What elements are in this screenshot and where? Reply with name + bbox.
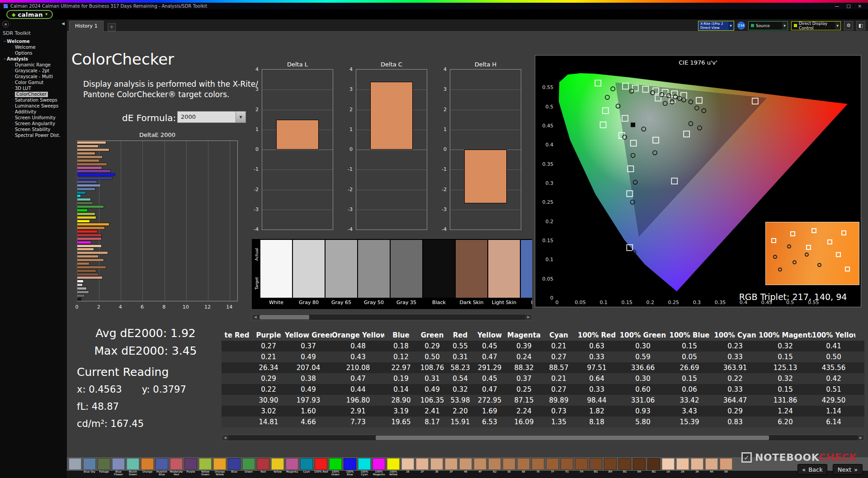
sidebar-item-luminance-sweeps[interactable]: ·Luminance Sweeps [0, 103, 67, 109]
deltae-bar [77, 181, 97, 183]
swatch-name: Gray 35 [391, 298, 422, 307]
back-button[interactable]: « Back [797, 464, 827, 475]
table-cell: 0.48 [332, 341, 384, 351]
sidebar-item-color-gamut[interactable]: ·Color Gamut [0, 80, 67, 85]
sequence-patch-color [127, 458, 139, 470]
cie-x-tick-label: 0.25 [668, 300, 679, 305]
scroll-left-icon[interactable]: ◀ [222, 435, 228, 441]
back-label: Back [808, 466, 823, 473]
sequence-patch-label: 5D [487, 470, 502, 477]
sequence-patch-label: 9H [632, 470, 646, 477]
swatch-scrollbar[interactable]: ◀ ▶ [252, 314, 532, 320]
table-cell: 0.37 [505, 373, 542, 384]
table-scrollbar[interactable]: ◀ ▶ [222, 435, 864, 441]
calman-logo-menu[interactable]: ◆ calman ▼ [6, 10, 53, 19]
sidebar-item-screen-angularity[interactable]: ·Screen Angularity [0, 121, 67, 127]
table-cell: 0.63 [575, 341, 618, 351]
tree-marker-icon: · [11, 110, 15, 114]
table-cell: 98.44 [575, 395, 618, 406]
deltae-bar [77, 273, 98, 276]
de-formula-dropdown[interactable]: 2000 ▼ [177, 111, 246, 123]
scrollbar-thumb[interactable] [259, 315, 309, 319]
y-tick-label: -3 [254, 206, 259, 212]
scroll-right-icon[interactable]: ▶ [858, 435, 864, 441]
table-cell: 0.47 [332, 373, 384, 384]
gridline [208, 141, 208, 301]
add-tab-button[interactable]: + [108, 23, 116, 31]
display-settings-icon[interactable]: ◧ [856, 21, 865, 30]
description-line-2: Pantone ColorChecker® target colors. [83, 89, 258, 100]
sidebar-item-options[interactable]: ·Options [0, 50, 67, 56]
cie-x-tick-label: 0.3 [693, 300, 701, 305]
sidebar-item-colorchecker[interactable]: ·ColorChecker [0, 91, 67, 97]
sidebar-item-label: Grayscale - 2pt [15, 68, 49, 74]
sidebar-item-label: ColorChecker [15, 92, 48, 97]
table-cell: 0.39 [505, 341, 542, 351]
table-cell: 0.50 [812, 351, 855, 362]
popup-target-marker [771, 238, 776, 243]
sequence-patch: 2E [401, 457, 415, 478]
sidebar-item-analysis[interactable]: −Analysis [0, 56, 67, 62]
table-cell: 0.05 [667, 351, 712, 362]
minimize-icon[interactable]: — [835, 4, 839, 9]
gear-icon[interactable]: ⚙ [844, 21, 853, 30]
y-tick-label: 1 [255, 126, 259, 132]
menu-icon[interactable]: ≡ [2, 21, 9, 28]
scrollbar-thumb[interactable] [376, 436, 769, 440]
delta-h-y-axis: 43210-1-2-3-4 [436, 69, 449, 230]
table-header-cell: Green [418, 330, 447, 341]
close-icon[interactable]: × [858, 4, 862, 9]
table-cell: 272.95 [474, 395, 505, 406]
sidebar-item-grayscale-2pt[interactable]: ·Grayscale - 2pt [0, 68, 67, 74]
meter-dropdown[interactable]: X-Rite i1Pro 2 Direct View ▼ [698, 21, 734, 31]
sidebar-item-grayscale-multi[interactable]: ·Grayscale - Multi [0, 74, 67, 80]
cie-x-tick-label: 0 [556, 300, 559, 305]
sequence-patch-color [83, 458, 96, 470]
swatch-color [293, 240, 325, 298]
table-cell: 0.49 [285, 351, 332, 362]
tree-marker-icon: · [11, 127, 15, 132]
sequence-patch: 3E [429, 457, 444, 478]
deltae-bar [77, 248, 94, 250]
sequence-patch-label: Bluish Green [126, 470, 140, 477]
sidebar-item-dynamic-range[interactable]: ·Dynamic Range [0, 62, 67, 68]
table-cell: 8.17 [418, 417, 447, 427]
sidebar-item-screen-uniformity[interactable]: ·Screen Uniformity [0, 115, 67, 121]
table-cell: 88.32 [505, 362, 542, 373]
deltae-bar [77, 149, 109, 151]
table-cell: 0.59 [618, 351, 667, 362]
sidebar-item-additivity[interactable]: ·Additivity [0, 109, 67, 115]
source-dropdown[interactable]: Source ▼ [748, 21, 788, 30]
maximize-icon[interactable]: □ [846, 4, 850, 9]
table-cell: 15.91 [447, 417, 474, 427]
tab-history-1[interactable]: History 1 [69, 21, 104, 32]
sidebar-item-3d-lut[interactable]: ·3D LUT [0, 85, 67, 91]
swatch-name: Dark Skin [456, 298, 487, 307]
sidebar-item-screen-stability[interactable]: ·Screen Stability [0, 127, 67, 132]
table-cell [222, 351, 252, 362]
table-header-cell: 100% Magenta [759, 330, 812, 341]
current-x: x: 0.4563 [77, 384, 122, 395]
scroll-left-icon[interactable]: ◀ [252, 314, 259, 320]
sequence-patch: 2R [675, 457, 690, 478]
next-button[interactable]: Next » [833, 464, 863, 475]
display-control-dropdown[interactable]: Direct Display Control ▼ [791, 21, 841, 30]
sequence-patch-color [618, 458, 631, 470]
check-icon: ✓ [741, 452, 752, 463]
actual-label: Actual [253, 240, 260, 269]
table-cell: 58.23 [447, 362, 474, 373]
sidebar-item-welcome[interactable]: −Welcome [0, 38, 67, 44]
table-row: 0.270.370.480.180.290.550.450.390.210.63… [222, 341, 864, 351]
sidebar-item-welcome[interactable]: ·Welcome [0, 44, 67, 50]
sidebar-item-spectral-power-dist-[interactable]: ·Spectral Power Dist. [0, 132, 67, 138]
collapse-sidebar-icon[interactable]: ◀ [61, 21, 65, 26]
gridline [121, 141, 121, 301]
gridline [230, 141, 230, 301]
sequence-patch-label: 3E [429, 470, 444, 477]
table-row: 14.814.667.7319.658.1715.916.5316.091.35… [222, 417, 864, 427]
sequence-patch-label: 3R [690, 470, 704, 477]
scroll-right-icon[interactable]: ▶ [525, 314, 532, 320]
table-cell: 0.22 [712, 373, 759, 384]
sidebar-item-saturation-sweeps[interactable]: ·Saturation Sweeps [0, 97, 67, 103]
y-tick-label: -4 [442, 226, 447, 232]
